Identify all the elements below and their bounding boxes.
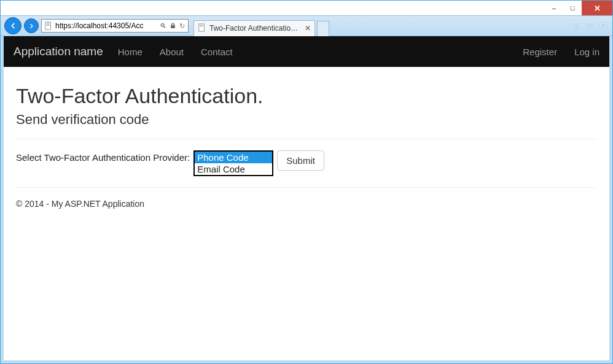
address-bar-icons: 🔍︎ 🔒︎ ↻ xyxy=(157,22,188,30)
svg-rect-3 xyxy=(47,25,50,26)
page-icon xyxy=(44,21,53,31)
forward-button[interactable] xyxy=(24,18,39,33)
provider-label: Select Two-Factor Authentication Provide… xyxy=(16,150,190,163)
home-icon[interactable]: ⌂ xyxy=(574,21,579,31)
new-tab-button[interactable] xyxy=(317,21,329,36)
provider-option-email[interactable]: Email Code xyxy=(195,163,272,175)
arrow-right-icon xyxy=(28,23,35,29)
refresh-icon[interactable]: ↻ xyxy=(179,22,185,30)
tab-close-button[interactable]: ✕ xyxy=(305,24,311,33)
lock-icon[interactable]: 🔒︎ xyxy=(170,22,176,29)
page-subheading: Send verification code xyxy=(16,112,597,128)
provider-form-row: Select Two-Factor Authentication Provide… xyxy=(16,150,597,176)
page-body: Two-Factor Authentication. Send verifica… xyxy=(4,67,609,216)
page-footer: © 2014 - My ASP.NET Application xyxy=(16,199,597,209)
svg-rect-1 xyxy=(47,23,50,24)
settings-gear-icon[interactable]: ⚙ xyxy=(599,21,607,31)
browser-tab-active[interactable]: Two-Factor Authentication ... ✕ xyxy=(193,20,315,36)
navbar-brand[interactable]: Application name xyxy=(14,45,103,58)
browser-toolbar: 🔍︎ 🔒︎ ↻ Two-Factor Authentication ... ✕ … xyxy=(1,15,612,36)
nav-link-login[interactable]: Log in xyxy=(574,47,599,57)
svg-rect-2 xyxy=(47,24,50,25)
nav-link-register[interactable]: Register xyxy=(523,47,557,57)
page-icon xyxy=(198,23,206,34)
url-input[interactable] xyxy=(55,20,157,32)
divider xyxy=(16,139,597,139)
page-heading: Two-Factor Authentication. xyxy=(16,84,597,108)
svg-rect-6 xyxy=(200,26,203,26)
provider-option-phone[interactable]: Phone Code xyxy=(195,152,272,163)
favorites-icon[interactable]: ☆ xyxy=(585,21,593,31)
nav-link-home[interactable]: Home xyxy=(118,47,143,57)
page-viewport: Application name Home About Contact Regi… xyxy=(1,36,612,363)
address-bar[interactable]: 🔍︎ 🔒︎ ↻ xyxy=(41,19,189,33)
window-minimize-button[interactable]: – xyxy=(545,1,563,15)
search-icon[interactable]: 🔍︎ xyxy=(160,22,166,29)
divider xyxy=(16,187,597,188)
window-close-button[interactable]: ✕ xyxy=(582,1,612,15)
nav-link-contact[interactable]: Contact xyxy=(201,47,233,57)
site-navbar: Application name Home About Contact Regi… xyxy=(4,36,609,67)
submit-button[interactable]: Submit xyxy=(277,150,324,171)
window-maximize-button[interactable]: □ xyxy=(563,1,582,15)
svg-rect-5 xyxy=(200,25,203,25)
arrow-left-icon xyxy=(9,21,17,30)
window-titlebar: – □ ✕ xyxy=(1,1,612,15)
browser-window: – □ ✕ 🔍︎ 🔒︎ ↻ Two-Factor Authent xyxy=(0,0,613,364)
toolbar-right-icons: ⌂ ☆ ⚙ xyxy=(574,21,609,31)
provider-select[interactable]: Phone Code Email Code xyxy=(193,150,273,176)
nav-link-about[interactable]: About xyxy=(160,47,184,57)
tab-title: Two-Factor Authentication ... xyxy=(209,24,302,33)
back-button[interactable] xyxy=(4,17,21,34)
